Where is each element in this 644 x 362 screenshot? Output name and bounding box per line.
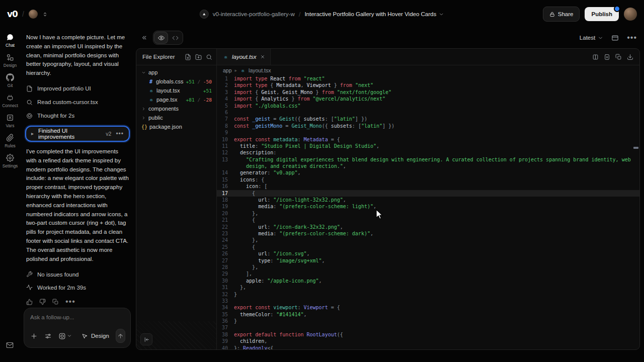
copy-icon[interactable]	[52, 299, 59, 305]
code-line[interactable]: 5import "./globals.css"	[217, 103, 639, 109]
code-line[interactable]: 14 generator: "v0.app",	[217, 169, 639, 176]
code-line[interactable]: 26 url: "/icon.svg",	[217, 250, 639, 257]
search-icon[interactable]	[206, 54, 212, 60]
tree-item-app[interactable]: app	[136, 68, 216, 77]
code-toggle[interactable]	[169, 32, 182, 43]
tree-item-layout.tsx[interactable]: ⚛layout.tsx+51	[136, 86, 216, 95]
code-line[interactable]: 15 icons: {	[217, 176, 639, 183]
sidebar-item-git[interactable]: Git	[6, 73, 14, 88]
more-options-icon[interactable]: •••	[627, 33, 637, 42]
new-file-icon[interactable]	[185, 54, 191, 60]
tool-step[interactable]: Read custom-cursor.tsx	[26, 99, 130, 106]
code-line[interactable]: 28 },	[217, 264, 639, 270]
tree-item-public[interactable]: public	[136, 113, 216, 122]
version-selector[interactable]: Latest	[580, 35, 603, 41]
code-line[interactable]: 40}: Readonly<{	[217, 345, 639, 349]
code-line[interactable]: 10export const metadata: Metadata = {	[217, 136, 639, 143]
code-line[interactable]: 3import { Geist, Geist_Mono } from "next…	[217, 89, 639, 96]
v0-logo[interactable]: v0	[7, 9, 18, 19]
share-button[interactable]: Share	[543, 7, 580, 22]
tool-step[interactable]: Thought for 2s	[26, 113, 130, 119]
code-area[interactable]: 1import type React from "react"2import t…	[217, 75, 639, 349]
code-line[interactable]: 36}	[217, 318, 639, 324]
tree-item-globals.css[interactable]: #globals.css+51 / -50	[136, 77, 216, 86]
code-line[interactable]: 12 description:	[217, 149, 639, 156]
tree-item-components[interactable]: components	[136, 104, 216, 113]
code-line[interactable]: 31 },	[217, 284, 639, 291]
close-tab-icon[interactable]	[260, 54, 265, 59]
workspace-switcher-icon[interactable]	[42, 12, 48, 17]
code-line[interactable]: 34export const viewport: Viewport = {	[217, 304, 639, 311]
send-button[interactable]	[116, 329, 125, 343]
more-menu-icon[interactable]: •••	[116, 130, 124, 137]
code-line[interactable]: 18 url: "/icon-light-32x32.png",	[217, 197, 639, 203]
code-line[interactable]: 1import type React from "react"	[217, 75, 639, 82]
code-line[interactable]: 19 media: "(prefers-color-scheme: light)…	[217, 203, 639, 210]
vercel-project-icon[interactable]	[200, 10, 209, 19]
code-line[interactable]: 20 },	[217, 210, 639, 217]
sidebar-item-rules[interactable]: Rules	[5, 134, 16, 148]
browser-icon[interactable]	[611, 34, 619, 42]
design-mode-toggle[interactable]: Design	[82, 333, 109, 339]
code-line[interactable]: 13 "Crafting digital experiences that bl…	[217, 156, 639, 163]
code-line[interactable]: 27 type: "image/svg+xml",	[217, 257, 639, 264]
code-line[interactable]: 11 title: "Studio Pixel | Digital Design…	[217, 143, 639, 149]
thumbs-up-icon[interactable]	[26, 299, 33, 305]
code-line[interactable]: 8const _geistMono = Geist_Mono({ subsets…	[217, 123, 639, 129]
code-line[interactable]: 37	[217, 324, 639, 331]
code-line[interactable]: 35 themeColor: "#141414",	[217, 311, 639, 318]
preview-toggle[interactable]	[154, 32, 168, 43]
sidebar-item-settings[interactable]: Settings	[3, 154, 18, 168]
account-avatar[interactable]	[624, 8, 637, 21]
new-folder-icon[interactable]	[195, 54, 202, 60]
sidebar-item-vars[interactable]: Vars	[6, 114, 15, 128]
tab-layout-tsx[interactable]: ⚛ layout.tsx	[217, 49, 271, 65]
code-line[interactable]: 2import type { Metadata, Viewport } from…	[217, 82, 639, 88]
chat-title-dropdown[interactable]: Interactive Portfolio Gallery with Hover…	[304, 11, 444, 17]
code-line[interactable]: 38export default function RootLayout({	[217, 331, 639, 338]
code-line[interactable]: 9	[217, 129, 639, 136]
follow-up-composer[interactable]: Ask a follow-up... Design	[24, 308, 131, 348]
user-avatar[interactable]	[29, 10, 38, 19]
code-line[interactable]: 6	[217, 109, 639, 116]
code-line[interactable]: 39 children,	[217, 338, 639, 344]
code-line[interactable]: 21 {	[217, 217, 639, 223]
code-line[interactable]: 30 apple: "/apple-icon.png",	[217, 278, 639, 284]
project-name[interactable]: v0-interactive-portfolio-gallery-w	[213, 11, 295, 17]
sidebar-item-design[interactable]: Design	[4, 53, 17, 68]
ellipsis-icon[interactable]: •••	[65, 297, 75, 306]
settings-sliders-icon[interactable]	[44, 332, 52, 340]
sidebar-item-chat[interactable]: Chat	[6, 33, 15, 48]
tree-item-page.tsx[interactable]: ⚛page.tsx+81 / -28	[136, 95, 216, 104]
thumbs-down-icon[interactable]	[39, 299, 46, 305]
copy-icon[interactable]	[615, 54, 622, 60]
breadcrumb-file[interactable]: layout.tsx	[249, 67, 271, 73]
code-line[interactable]: design, and creative direction.",	[217, 163, 639, 169]
tool-step[interactable]: Improved portfolio UI	[26, 85, 130, 92]
source-selector[interactable]	[58, 332, 72, 340]
code-line[interactable]: 25 {	[217, 244, 639, 250]
code-line[interactable]: 33	[217, 298, 639, 304]
breadcrumb-folder[interactable]: app	[223, 67, 232, 73]
download-icon[interactable]	[627, 54, 633, 60]
code-line[interactable]: 24 },	[217, 237, 639, 243]
code-line[interactable]: 32}	[217, 291, 639, 298]
add-attachment-icon[interactable]	[30, 332, 38, 340]
tree-item-package.json[interactable]: {}package.json	[136, 122, 216, 131]
code-line[interactable]: 29 ],	[217, 270, 639, 277]
chevrons-left-icon[interactable]	[141, 34, 148, 41]
sidebar-item-connect[interactable]: Connect	[2, 94, 18, 108]
publish-button[interactable]: Publish	[585, 7, 619, 21]
version-card[interactable]: ▸ Finished UI improvements v2 •••	[26, 127, 129, 141]
code-line[interactable]: 16 icon: [	[217, 183, 639, 190]
code-line[interactable]: 23 media: "(prefers-color-scheme: dark)"…	[217, 230, 639, 237]
code-line[interactable]: 7const _geist = Geist({ subsets: ["latin…	[217, 116, 639, 122]
code-line[interactable]: 17 {	[217, 190, 639, 197]
split-view-icon[interactable]	[592, 54, 599, 60]
export-file-icon[interactable]	[604, 54, 610, 60]
code-line[interactable]: 4import { Analytics } from "@vercel/anal…	[217, 96, 639, 102]
scrollbar-thumb[interactable]	[633, 147, 638, 149]
collapse-explorer-button[interactable]	[140, 333, 152, 345]
code-line[interactable]: 22 url: "/icon-dark-32x32.png",	[217, 224, 639, 230]
mail-icon[interactable]	[6, 341, 14, 349]
